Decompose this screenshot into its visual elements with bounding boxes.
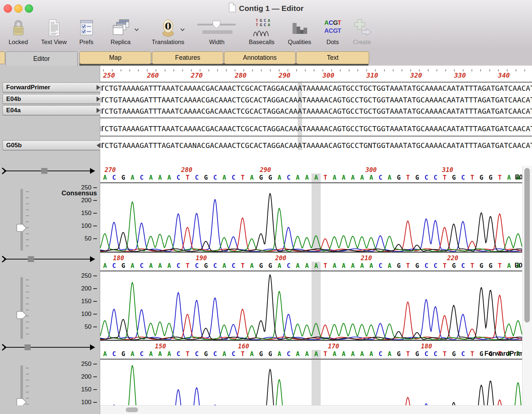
base-letter: A — [100, 173, 110, 182]
toolbar-basecalls-button[interactable]: TGCATGCABasecalls — [249, 17, 275, 46]
base-letter: C — [174, 173, 183, 182]
base-letter: A — [339, 262, 348, 270]
ruler-tick — [445, 69, 446, 71]
tab-partial[interactable] — [0, 51, 5, 64]
tab-features[interactable]: Features — [152, 51, 223, 64]
toolbar-label: Translations — [152, 39, 184, 46]
toolbar-width-button[interactable]: Width — [196, 17, 238, 46]
row-handle[interactable] — [100, 97, 102, 102]
alignment-ruler-label: 320 — [410, 71, 422, 79]
base-letter: G — [266, 350, 275, 358]
y-axis-label: 250 — [55, 360, 97, 368]
alignment-ruler-label: 260 — [147, 71, 159, 79]
tab-map[interactable]: Map — [79, 51, 151, 64]
scale-slider[interactable] — [15, 188, 31, 254]
y-axis-tick — [93, 389, 97, 390]
base-letter: A — [357, 262, 367, 270]
base-letter: A — [146, 350, 156, 358]
row-handle[interactable] — [100, 126, 102, 131]
scale-slider[interactable] — [15, 364, 31, 405]
toolbar-create-button[interactable]: Create — [352, 17, 372, 46]
base-letter: C — [376, 350, 385, 358]
trace-ruler-label: 220 — [447, 254, 458, 262]
sequence-button-e04a[interactable]: E04a — [3, 105, 104, 115]
y-axis-label: 200 — [55, 285, 97, 292]
base-letter: A — [302, 262, 312, 270]
toolbar-label: Replica — [110, 39, 130, 46]
tab-label: Text — [327, 54, 339, 62]
alignment-ruler-label: 310 — [366, 71, 378, 79]
tab-text[interactable]: Text — [296, 51, 369, 64]
document-icon — [228, 3, 236, 14]
y-axis-tick — [93, 301, 97, 302]
tab-annotations[interactable]: Annotations — [224, 51, 296, 64]
toolbar-replica-button[interactable]: Replica — [110, 17, 130, 46]
toolbar-translations-button[interactable]: 0Translations — [152, 17, 184, 46]
svg-text:ACGT: ACGT — [324, 27, 341, 34]
tab-label: Annotations — [243, 54, 277, 62]
base-letter: A — [275, 350, 284, 358]
position-indicator[interactable] — [1, 255, 97, 265]
vertical-scrollbar-thumb[interactable] — [524, 168, 530, 323]
toolbar-prefs-button[interactable]: Prefs — [79, 17, 94, 46]
base-letter: A — [385, 350, 394, 358]
row-handle[interactable] — [100, 109, 102, 114]
horizontal-scrollbar[interactable] — [100, 405, 532, 414]
alignment-ruler-label: 270 — [191, 71, 203, 79]
y-axis-value: 200 — [81, 285, 91, 292]
sequence-row-e04a[interactable]: TCTGTAAAAGATTTAAATCAAAACGACAAACTCGCACTAG… — [100, 106, 532, 116]
base-letter: A — [357, 173, 367, 182]
disclosure-right-icon — [97, 108, 100, 113]
base-letter: C — [192, 350, 202, 358]
sequence-button-g05b[interactable]: G05b — [3, 140, 104, 150]
toolbar-dots-button[interactable]: ACGTACGTDots — [322, 17, 343, 46]
base-letter: C — [137, 173, 146, 182]
trace-ruler-label: 210 — [361, 254, 372, 262]
sequence-row-g05b[interactable]: TCTGTAAAAGATTTAGATCAANACGACAAACTCGCACTAG… — [100, 141, 532, 150]
ruler-tick — [296, 69, 297, 71]
textview-icon — [47, 17, 61, 38]
base-letter: C — [229, 262, 238, 270]
horizontal-scrollbar-thumb[interactable] — [126, 407, 138, 412]
base-letter: A — [128, 262, 137, 270]
chromatogram-panel-forwardprimer: 150160170180ACGACAAACTCGCACTAGGACAAATAAA… — [0, 342, 532, 405]
toolbar-qualities-button[interactable]: Qualities — [288, 17, 311, 46]
chromatogram-panel-e04b: 180190200210220ACGACAAACTCGCACTAGGACAAAT… — [0, 254, 532, 342]
base-letter: C — [431, 173, 440, 182]
sequence-button-e04b[interactable]: E04b — [3, 94, 104, 104]
position-indicator[interactable] — [1, 167, 97, 177]
tab-editor[interactable]: Editor — [5, 51, 78, 66]
sequence-button-label: ForwardPrimer — [6, 84, 50, 91]
row-handle[interactable] — [100, 143, 102, 148]
base-letter: A — [155, 350, 165, 358]
locked-icon — [11, 17, 26, 38]
alignment-panel[interactable]: 250260270280290300310320330340TCTGTAAAAG… — [100, 66, 532, 166]
ruler-tick — [384, 69, 385, 71]
sequence-row-e04b[interactable]: TCTGTAAAAGATTTAAATCAAAACGACAAACTCGCACTAG… — [100, 95, 532, 105]
sequence-row-consensus[interactable]: TCTGTAAAAGATTTAAATCAAAACGACAAACTCGCACTAG… — [100, 124, 532, 133]
toolbar-label: Width — [209, 39, 224, 46]
base-letter: C — [431, 350, 440, 358]
y-axis-value: 250 — [81, 272, 91, 280]
svg-text:ACGT: ACGT — [324, 19, 341, 26]
row-handle[interactable] — [100, 86, 102, 91]
trace-name-label: ForwardPrimer — [450, 350, 530, 358]
toolbar-locked-button[interactable]: Locked — [8, 17, 28, 46]
vertical-scrollbar[interactable] — [522, 166, 532, 405]
base-letter: C — [109, 350, 119, 358]
replica-icon — [111, 17, 130, 38]
ruler-tick — [489, 69, 490, 71]
toolbar-textview-button[interactable]: Text View — [41, 17, 67, 46]
sequence-row-forwardprimer[interactable]: TCTGTAAAAGATTTAAATCAAAACGACAAACTCGCACTAG… — [100, 83, 532, 93]
trace-ruler-label: 280 — [181, 166, 192, 173]
y-axis-value: 100 — [81, 310, 91, 318]
position-indicator[interactable] — [1, 343, 97, 353]
toolbar-label: Dots — [326, 39, 339, 46]
sequence-button-forwardprimer[interactable]: ForwardPrimer — [3, 82, 104, 92]
base-letter: C — [137, 350, 146, 358]
ruler-tick — [165, 69, 165, 71]
ruler-tick — [252, 69, 253, 71]
y-axis-tick — [93, 276, 97, 277]
scale-slider[interactable] — [15, 276, 31, 342]
chevron-down-icon — [180, 26, 185, 33]
